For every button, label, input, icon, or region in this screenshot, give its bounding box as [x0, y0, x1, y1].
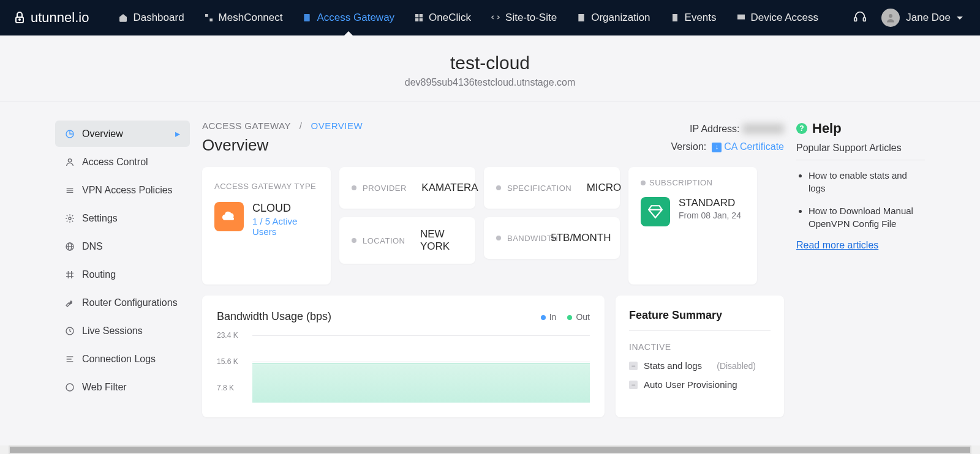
- help-heading: ?Help: [796, 121, 925, 136]
- card-location: LOCATION NEW YORK: [339, 217, 475, 264]
- feature-summary-title: Feature Summary: [629, 309, 771, 331]
- sidebar-item-overview[interactable]: Overview▸: [55, 121, 190, 147]
- breadcrumb-sep: /: [300, 121, 303, 131]
- card-bandwidth: BANDWIDTH5TB/MONTH: [484, 217, 620, 259]
- legend-dot-icon: [541, 315, 546, 320]
- dot-icon: [496, 236, 501, 240]
- sidebar-item-access-control[interactable]: Access Control: [55, 149, 190, 175]
- user-menu[interactable]: Jane Doe: [876, 9, 968, 27]
- svg-rect-8: [420, 18, 423, 21]
- sidebar-item-settings[interactable]: Settings: [55, 206, 190, 231]
- y-tick: 7.8 K: [217, 384, 234, 392]
- clock-icon: [65, 326, 75, 336]
- user-icon: [65, 157, 75, 167]
- svg-rect-13: [864, 18, 866, 21]
- download-icon: ↓: [712, 143, 722, 152]
- cloud-icon: [214, 202, 244, 231]
- card-provider: PROVIDER KAMATERA: [339, 167, 475, 209]
- nav-access-gateway[interactable]: Access Gateway: [293, 0, 403, 35]
- svg-rect-12: [854, 18, 857, 21]
- nav-oneclick[interactable]: OneClick: [405, 0, 480, 35]
- filter-icon: [65, 382, 75, 392]
- building-icon: [576, 13, 586, 23]
- avatar: [881, 9, 900, 27]
- nav-meshconnect[interactable]: MeshConnect: [195, 0, 292, 35]
- svg-rect-10: [673, 14, 677, 21]
- svg-rect-11: [737, 15, 745, 20]
- stats-cards: ACCESS GATEWAY TYPE CLOUD 1 / 5 Active U…: [202, 167, 784, 285]
- nav-label: Events: [685, 12, 717, 24]
- legend-label: In: [549, 312, 557, 322]
- pie-icon: [65, 129, 75, 139]
- ca-certificate-link[interactable]: CA Certificate: [724, 141, 784, 152]
- support-icon[interactable]: [846, 10, 874, 26]
- question-icon: ?: [796, 123, 807, 134]
- card-value: CLOUD: [252, 202, 318, 215]
- sidebar-item-connection-logs[interactable]: Connection Logs: [55, 346, 190, 372]
- horizontal-scrollbar[interactable]: [0, 445, 980, 454]
- list-icon: [65, 185, 75, 195]
- svg-rect-9: [578, 14, 584, 21]
- sidebar-item-live-sessions[interactable]: Live Sessions: [55, 318, 190, 344]
- globe-icon: [65, 242, 75, 251]
- nav-dashboard[interactable]: Dashboard: [110, 0, 192, 35]
- minus-icon: −: [629, 381, 638, 389]
- card-value: NEW YORK: [420, 228, 463, 253]
- svg-point-1: [19, 19, 20, 20]
- chart-area: [252, 363, 590, 403]
- lock-icon: [12, 10, 27, 25]
- card-label: SUBSCRIPTION: [649, 178, 713, 187]
- nav-label: Device Access: [751, 12, 819, 24]
- nav-organization[interactable]: Organization: [568, 0, 658, 35]
- card-label: LOCATION: [363, 236, 405, 245]
- nav-label: OneClick: [429, 12, 471, 24]
- server-icon: [302, 13, 312, 23]
- feature-group-label: INACTIVE: [629, 342, 771, 352]
- svg-point-28: [66, 384, 74, 391]
- card-value: MICRO: [587, 182, 622, 194]
- card-label: ACCESS GATEWAY TYPE: [214, 182, 318, 191]
- help-article-link[interactable]: How to enable stats and logs: [809, 169, 925, 195]
- svg-rect-5: [415, 14, 418, 17]
- nav-events[interactable]: Events: [662, 0, 725, 35]
- help-subtitle: Popular Support Articles: [796, 143, 925, 160]
- brand-logo[interactable]: utunnel.io: [12, 10, 89, 26]
- sidebar-item-routing[interactable]: Routing: [55, 262, 190, 288]
- sidebar-item-router-configs[interactable]: Router Configurations: [55, 290, 190, 316]
- active-users-link[interactable]: 1 / 5 Active Users: [252, 216, 318, 237]
- breadcrumb-item[interactable]: OVERVIEW: [311, 121, 363, 131]
- sidebar-item-dns[interactable]: DNS: [55, 234, 190, 259]
- svg-point-16: [68, 159, 71, 162]
- breadcrumb-item[interactable]: ACCESS GATEWAY: [202, 121, 291, 131]
- nav-site-to-site[interactable]: Site-to-Site: [482, 0, 565, 35]
- sidebar-item-label: VPN Access Policies: [82, 185, 173, 196]
- legend-label: Out: [576, 312, 590, 322]
- feature-item[interactable]: −Auto User Provisioning: [629, 379, 771, 390]
- sidebar-item-label: Access Control: [82, 157, 148, 168]
- y-tick: 23.4 K: [217, 331, 238, 340]
- sidebar-item-label: Router Configurations: [82, 297, 178, 308]
- legend-out: Out: [567, 312, 590, 322]
- sidebar-item-web-filter[interactable]: Web Filter: [55, 374, 190, 400]
- card-label: SPECIFICATION: [507, 184, 571, 193]
- meta-right: IP Address: xxx Version: ↓CA Certificate: [671, 121, 784, 156]
- svg-rect-7: [415, 18, 418, 21]
- sidebar-item-label: Connection Logs: [82, 354, 156, 365]
- read-more-link[interactable]: Read more articles: [796, 240, 925, 251]
- sidebar-item-vpn-policies[interactable]: VPN Access Policies: [55, 177, 190, 203]
- content-area: IP Address: xxx Version: ↓CA Certificate…: [202, 121, 784, 417]
- feature-item[interactable]: −Stats and logs (Disabled): [629, 360, 771, 371]
- help-article-link[interactable]: How to Download Manual OpenVPN Config Fi…: [809, 204, 925, 230]
- svg-point-14: [889, 14, 892, 18]
- dot-icon: [352, 238, 356, 243]
- title-area: test-cloud dev895sub4136testcloud.utnsta…: [0, 35, 980, 102]
- nav-label: Dashboard: [133, 12, 184, 24]
- sidebar: Overview▸ Access Control VPN Access Poli…: [55, 121, 190, 417]
- nav-device-access[interactable]: Device Access: [728, 0, 827, 35]
- subscription-date: From 08 Jan, 24: [679, 210, 741, 220]
- chevron-right-icon: ▸: [175, 128, 180, 140]
- caret-down-icon: [957, 17, 963, 20]
- card-specification: SPECIFICATION MICRO: [484, 167, 620, 209]
- feature-name: Auto User Provisioning: [644, 379, 737, 390]
- sidebar-item-label: Live Sessions: [82, 326, 143, 337]
